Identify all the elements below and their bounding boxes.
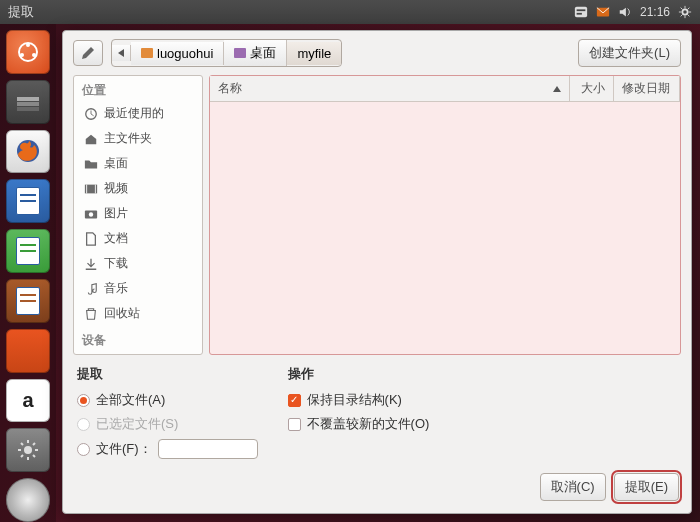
check-no-overwrite[interactable]: 不覆盖较新的文件(O) (288, 415, 430, 433)
places-header: 位置 (74, 76, 202, 101)
clock-icon (84, 107, 98, 121)
radio-all-files[interactable]: 全部文件(A) (77, 391, 258, 409)
edit-path-button[interactable] (73, 40, 103, 66)
extract-options: 提取 全部文件(A) 已选定文件(S) 文件(F)： (77, 365, 258, 459)
pencil-icon (80, 45, 96, 61)
checkbox-icon (288, 418, 301, 431)
sidebar-item-documents[interactable]: 文档 (74, 226, 202, 251)
extract-button[interactable]: 提取(E) (614, 473, 679, 501)
devices-header: 设备 (74, 326, 202, 351)
sidebar-item-desktop[interactable]: 桌面 (74, 151, 202, 176)
volume-indicator-icon[interactable] (618, 5, 632, 19)
sidebar-item-music[interactable]: 音乐 (74, 276, 202, 301)
launcher-writer-icon[interactable] (6, 179, 50, 223)
breadcrumb-home[interactable]: luoguohui (131, 42, 224, 65)
launcher-files-icon[interactable] (6, 80, 50, 124)
col-size[interactable]: 大小 (570, 76, 614, 101)
sidebar-item-pictures[interactable]: 图片 (74, 201, 202, 226)
svg-point-4 (682, 9, 687, 14)
col-date[interactable]: 修改日期 (614, 76, 680, 101)
radio-file-pattern[interactable]: 文件(F)： (77, 439, 258, 459)
breadcrumb-desktop-label: 桌面 (250, 44, 276, 62)
desktop: a luoguohui 桌面 myfile 创建文件夹(L) 位置 最近使用的 (0, 24, 700, 522)
action-options-header: 操作 (288, 365, 430, 383)
document-icon (84, 232, 98, 246)
sidebar-item-label: 图片 (104, 205, 128, 222)
sidebar-item-vmware[interactable]: VMwar... (74, 351, 202, 355)
sidebar-item-recent[interactable]: 最近使用的 (74, 101, 202, 126)
svg-point-8 (20, 53, 24, 57)
file-list-header: 名称 大小 修改日期 (210, 76, 680, 102)
sidebar-item-label: 音乐 (104, 280, 128, 297)
window-title: 提取 (8, 3, 34, 21)
new-folder-button[interactable]: 创建文件夹(L) (578, 39, 681, 67)
file-chooser: 位置 最近使用的 主文件夹 桌面 视频 图片 文档 下载 音乐 回收站 设备 V… (63, 75, 691, 361)
mail-indicator-icon[interactable] (596, 5, 610, 19)
camera-icon (84, 207, 98, 221)
sidebar-item-label: 文档 (104, 230, 128, 247)
sidebar-item-label: 主文件夹 (104, 130, 152, 147)
breadcrumb-current-label: myfile (297, 46, 331, 61)
home-icon (84, 132, 98, 146)
launcher-software-icon[interactable] (6, 329, 50, 373)
svg-rect-0 (575, 7, 587, 18)
svg-rect-1 (577, 9, 586, 11)
clock[interactable]: 21:16 (640, 5, 670, 19)
sidebar-item-home[interactable]: 主文件夹 (74, 126, 202, 151)
breadcrumb-home-label: luoguohui (157, 46, 213, 61)
file-pattern-input[interactable] (158, 439, 258, 459)
launcher-disc-icon[interactable] (6, 478, 50, 522)
folder-icon (141, 48, 153, 58)
top-indicators: 21:16 (574, 5, 692, 19)
action-options: 操作 保持目录结构(K) 不覆盖较新的文件(O) (288, 365, 430, 459)
file-list[interactable]: 名称 大小 修改日期 (209, 75, 681, 355)
radio-icon (77, 443, 90, 456)
unity-launcher: a (0, 24, 56, 522)
checkbox-icon (288, 394, 301, 407)
radio-icon (77, 418, 90, 431)
sidebar-item-label: 桌面 (104, 155, 128, 172)
svg-rect-10 (17, 102, 39, 106)
sidebar-item-label: 视频 (104, 180, 128, 197)
launcher-amazon-icon[interactable]: a (6, 379, 50, 423)
folder-icon (84, 157, 98, 171)
svg-rect-9 (17, 97, 39, 101)
svg-point-6 (26, 43, 30, 47)
svg-point-7 (32, 53, 36, 57)
breadcrumb-current[interactable]: myfile (287, 42, 341, 65)
launcher-firefox-icon[interactable] (6, 130, 50, 174)
sidebar-item-trash[interactable]: 回收站 (74, 301, 202, 326)
breadcrumb-back[interactable] (112, 45, 131, 61)
col-name[interactable]: 名称 (210, 76, 570, 101)
sort-asc-icon (553, 86, 561, 92)
language-indicator-icon[interactable] (574, 5, 588, 19)
check-keep-dir[interactable]: 保持目录结构(K) (288, 391, 430, 409)
file-list-body[interactable] (210, 102, 680, 354)
launcher-calc-icon[interactable] (6, 229, 50, 273)
radio-selected-files: 已选定文件(S) (77, 415, 258, 433)
launcher-dash-icon[interactable] (6, 30, 50, 74)
options-area: 提取 全部文件(A) 已选定文件(S) 文件(F)： 操作 保持目录结构(K) … (63, 361, 691, 463)
breadcrumb: luoguohui 桌面 myfile (111, 39, 342, 67)
radio-label: 全部文件(A) (96, 391, 165, 409)
sidebar-item-videos[interactable]: 视频 (74, 176, 202, 201)
music-icon (84, 282, 98, 296)
check-label: 不覆盖较新的文件(O) (307, 415, 430, 433)
menubar: 提取 21:16 (0, 0, 700, 24)
sidebar-item-downloads[interactable]: 下载 (74, 251, 202, 276)
svg-point-13 (24, 446, 32, 454)
video-icon (84, 182, 98, 196)
svg-point-17 (89, 212, 93, 216)
gear-icon[interactable] (678, 5, 692, 19)
trash-icon (84, 307, 98, 321)
cancel-button[interactable]: 取消(C) (540, 473, 606, 501)
launcher-settings-icon[interactable] (6, 428, 50, 472)
places-sidebar: 位置 最近使用的 主文件夹 桌面 视频 图片 文档 下载 音乐 回收站 设备 V… (73, 75, 203, 355)
radio-icon (77, 394, 90, 407)
launcher-impress-icon[interactable] (6, 279, 50, 323)
breadcrumb-desktop[interactable]: 桌面 (224, 40, 287, 66)
folder-icon (234, 48, 246, 58)
extract-dialog: luoguohui 桌面 myfile 创建文件夹(L) 位置 最近使用的 主文… (62, 30, 692, 514)
sidebar-item-label: 最近使用的 (104, 105, 164, 122)
dialog-toolbar: luoguohui 桌面 myfile 创建文件夹(L) (63, 31, 691, 75)
